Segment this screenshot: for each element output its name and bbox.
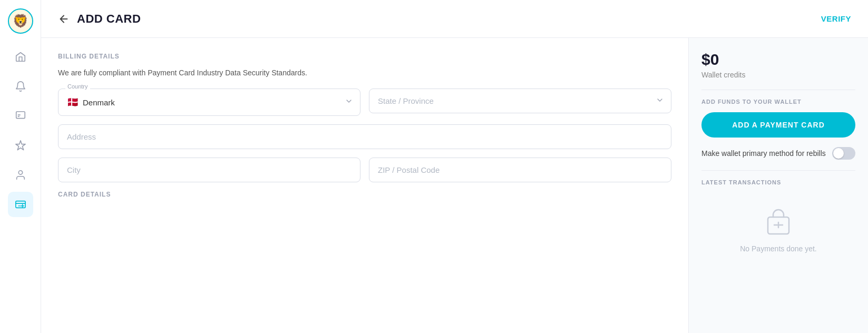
sidebar: 🦁 (0, 0, 41, 333)
home-icon (15, 51, 26, 63)
svg-point-1 (18, 171, 22, 174)
person-icon (15, 169, 26, 181)
country-select-wrapper: 🇩🇰 Denmark (58, 89, 360, 116)
sidebar-item-home[interactable] (8, 44, 33, 70)
toggle-thumb (833, 148, 844, 159)
country-state-row: Country 🇩🇰 Denmark (58, 89, 671, 116)
address-row (58, 124, 671, 149)
chat-icon (15, 110, 26, 122)
card-add-icon (15, 199, 26, 210)
country-label: Country (65, 83, 90, 90)
svg-rect-0 (16, 112, 25, 119)
country-value: Denmark (83, 98, 115, 107)
rebill-row: Make wallet primary method for rebills (701, 147, 855, 160)
sidebar-item-reviews[interactable] (8, 133, 33, 158)
avatar[interactable]: 🦁 (8, 8, 33, 34)
billing-section-label: BILLING DETAILS (58, 53, 671, 60)
wallet-credits-label: Wallet credits (701, 71, 855, 79)
form-panel: BILLING DETAILS We are fully compliant w… (41, 38, 689, 333)
city-field (58, 158, 360, 182)
state-select[interactable]: State / Province (369, 89, 671, 113)
svg-rect-2 (15, 201, 25, 208)
zip-input[interactable] (369, 158, 671, 182)
no-payments-section: No Payments done yet. (701, 196, 855, 263)
main-content: ADD CARD VERIFY BILLING DETAILS We are f… (41, 0, 868, 333)
divider-1 (701, 90, 855, 90)
add-funds-label: ADD FUNDS TO YOUR WALLET (701, 99, 855, 105)
star-icon (15, 140, 26, 151)
bag-icon (763, 207, 794, 238)
sidebar-item-notifications[interactable] (8, 74, 33, 99)
body-area: BILLING DETAILS We are fully compliant w… (41, 38, 868, 333)
state-field: State / Province (369, 89, 671, 116)
latest-transactions-label: LATEST TRANSACTIONS (701, 179, 855, 185)
rebill-text: Make wallet primary method for rebills (701, 149, 826, 158)
sidebar-item-payment[interactable] (8, 192, 33, 217)
city-input[interactable] (58, 158, 360, 182)
rebill-toggle[interactable] (832, 147, 855, 160)
sidebar-item-profile[interactable] (8, 162, 33, 188)
header-left: ADD CARD (58, 12, 141, 26)
country-select[interactable]: 🇩🇰 Denmark (58, 89, 360, 116)
compliance-text: We are fully compliant with Payment Card… (58, 68, 671, 77)
zip-field (369, 158, 671, 182)
page-title: ADD CARD (77, 12, 141, 26)
back-arrow-icon (58, 13, 70, 25)
state-select-wrapper: State / Province (369, 89, 671, 113)
bell-icon (15, 81, 26, 92)
address-input[interactable] (58, 124, 671, 149)
sidebar-item-messages[interactable] (8, 103, 33, 129)
back-button[interactable] (58, 13, 70, 25)
page-header: ADD CARD VERIFY (41, 0, 868, 38)
no-payments-text: No Payments done yet. (740, 244, 817, 253)
right-sidebar: $0 Wallet credits ADD FUNDS TO YOUR WALL… (689, 38, 868, 333)
verify-link[interactable]: VERIFY (821, 14, 851, 23)
add-payment-card-button[interactable]: ADD A PAYMENT CARD (701, 112, 855, 138)
country-field: Country 🇩🇰 Denmark (58, 89, 360, 116)
card-details-section-label: CARD DETAILS (58, 191, 671, 198)
city-zip-row (58, 158, 671, 182)
denmark-flag: 🇩🇰 (67, 96, 79, 108)
address-field (58, 124, 671, 149)
wallet-amount: $0 (701, 51, 855, 68)
divider-2 (701, 170, 855, 171)
